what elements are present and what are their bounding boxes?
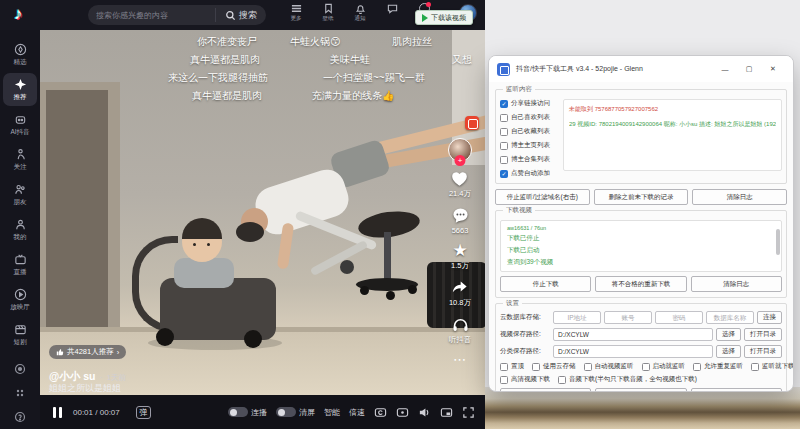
sidebar-item-following[interactable]: 关注 (3, 143, 37, 176)
video-frame[interactable]: 你不准变丧尸 牛蛙火锅😙 肌肉拉丝 真牛逼都是肌肉 美味牛蛙 又想 来这么一下我… (40, 30, 485, 395)
checkbox-like-autoadd[interactable]: 点赞自动添加 (500, 169, 558, 178)
checkbox-always-on-top[interactable]: 置顶 (500, 362, 524, 371)
help-icon[interactable] (14, 411, 26, 423)
checkbox-my-favorites[interactable]: 自己收藏列表 (500, 127, 558, 136)
download-this-video-button[interactable]: 下载该视频 (415, 10, 473, 25)
more-actions-button[interactable]: ⋯ (453, 352, 467, 367)
favorite-button[interactable]: ★ 1.5万 (451, 242, 469, 271)
comment-button[interactable]: 5663 (451, 206, 470, 235)
checkbox-audio-download[interactable]: 音频下载(半勾只下载音频，全勾视频也下载) (558, 375, 697, 384)
sidebar-item-friends[interactable]: 朋友 (3, 178, 37, 211)
clear-download-log-button[interactable]: 清除日志 (691, 276, 782, 292)
author-avatar[interactable]: + (448, 138, 472, 162)
sidebar-item-ai-douyin[interactable]: AI抖音 (3, 108, 37, 141)
checkbox-download-on-listen[interactable]: 监听就下载 (751, 362, 794, 371)
stop-listen-button[interactable]: 停止监听/过滤域名(右击) (495, 189, 590, 205)
scene-pedal (340, 260, 354, 274)
sidebar-item-theater[interactable]: 放映厅 (3, 283, 37, 316)
checkbox-my-likes[interactable]: 自己喜欢列表 (500, 113, 558, 122)
sidebar-item-short-drama[interactable]: 短剧 (3, 318, 37, 351)
checkbox-author-home[interactable]: 博主主页列表 (500, 141, 558, 150)
restore-from-cloud-button[interactable]: 将云端记录恢复到本地 (595, 388, 686, 392)
nav-messages[interactable] (381, 3, 403, 22)
window-titlebar[interactable]: 抖音/快手下载工具 v3.4 - 52pojie - Glenn — ▢ ✕ (489, 56, 793, 82)
time-separator: / (95, 408, 97, 417)
like-button[interactable]: 21.4万 (449, 169, 471, 199)
backup-to-cloud-button[interactable]: 将本地记录备份到云端 (500, 388, 591, 392)
class-path-open-button[interactable]: 打开目录 (744, 345, 782, 358)
sidebar-item-featured[interactable]: 精选 (3, 38, 37, 71)
db-account-input[interactable] (604, 311, 652, 324)
checkbox-listen-on-start[interactable]: 启动就监听 (642, 362, 686, 371)
follow-button[interactable]: + (455, 155, 466, 166)
video-path-select-button[interactable]: 选择 (716, 328, 741, 341)
checkbox-icon (532, 363, 540, 371)
checkbox-use-cloud[interactable]: 使用云存储 (532, 362, 576, 371)
listen-log-panel[interactable]: 未能取到 7576877057927007562 29 视频ID: 780219… (563, 99, 782, 171)
search-button[interactable]: 搜索 (215, 8, 266, 22)
pause-button[interactable] (53, 407, 62, 418)
nav-notification[interactable]: 通知 (349, 3, 371, 22)
fullscreen-icon[interactable] (462, 406, 475, 419)
class-path-select-button[interactable]: 选择 (716, 345, 741, 358)
start-classify-button[interactable]: 开始分类视频(相同博主) (691, 388, 782, 392)
subtitle-icon[interactable] (374, 406, 387, 419)
settings-checkbox-row1: 置顶 使用云存储 自动视频监听 启动就监听 允许重复监听 监听就下载 (500, 362, 782, 371)
activity-badge-icon[interactable] (465, 116, 479, 130)
checkbox-auto-video-listen[interactable]: 自动视频监听 (584, 362, 634, 371)
app-icon (497, 63, 510, 76)
nav-more[interactable]: 更多 (285, 3, 307, 22)
checkbox-author-collection[interactable]: 博主合集列表 (500, 155, 558, 164)
db-name-input[interactable] (706, 311, 754, 324)
class-path-input[interactable] (553, 345, 713, 358)
record-icon[interactable] (14, 363, 26, 375)
close-button[interactable]: ✕ (761, 60, 785, 78)
pip-icon[interactable] (440, 406, 453, 419)
settings-checkbox-row2: 高清视频下载 音频下载(半勾只下载音频，全勾视频也下载) (500, 375, 782, 384)
mini-window-icon[interactable] (396, 406, 409, 419)
smart-mode-button[interactable]: 智能 (324, 407, 340, 418)
clear-screen-toggle[interactable]: 清屏 (276, 407, 315, 418)
live-tv-icon (14, 253, 27, 266)
sidebar-item-recommend[interactable]: 推荐 (3, 73, 37, 106)
separator-dot: · (100, 373, 103, 382)
favorite-count: 1.5万 (451, 261, 469, 271)
clear-listen-log-button[interactable]: 清除日志 (692, 189, 787, 205)
stop-download-button[interactable]: 停止下载 (500, 276, 591, 292)
db-connect-button[interactable]: 连接 (757, 311, 782, 324)
video-path-input[interactable] (553, 328, 713, 341)
checkbox-icon (751, 363, 759, 371)
chat-icon (387, 3, 398, 14)
playback-speed-button[interactable]: 倍速 (349, 407, 365, 418)
volume-icon[interactable] (418, 406, 431, 419)
checkbox-hd-download[interactable]: 高清视频下载 (500, 375, 550, 384)
nav-wallpaper[interactable]: 壁纸 (317, 3, 339, 22)
playback-time: 00:01 / 00:07 (73, 408, 120, 417)
apps-grid-icon[interactable] (14, 387, 26, 399)
db-ip-input[interactable] (553, 311, 601, 324)
share-button[interactable]: 10.8万 (449, 278, 471, 308)
search-input[interactable] (88, 5, 215, 25)
recommend-badge[interactable]: 共4281人推荐 › (49, 345, 126, 359)
danmaku-toggle-button[interactable]: 弹 (136, 406, 151, 419)
author-name[interactable]: @小小 su (49, 370, 95, 382)
db-password-input[interactable] (655, 311, 703, 324)
scrollbar-thumb[interactable] (776, 229, 780, 255)
minimize-button[interactable]: — (713, 60, 737, 78)
listen-douyin-button[interactable]: 听抖音 (449, 315, 472, 345)
maximize-button[interactable]: ▢ (737, 60, 761, 78)
delete-undownloaded-button[interactable]: 删除之前未下载的记录 (594, 189, 689, 205)
checkbox-share-link[interactable]: 分享链接访问 (500, 99, 558, 108)
video-path-open-button[interactable]: 打开目录 (744, 328, 782, 341)
nav-label: 更多 (291, 15, 302, 22)
scene-walker-wheel (156, 328, 174, 346)
download-log-panel[interactable]: aw16631 / 76un 下载已停止 下载已启动 查询到39个视频 (500, 220, 782, 272)
search-bar[interactable]: 搜索 (88, 5, 266, 25)
checkbox-allow-duplicate[interactable]: 允许重复监听 (693, 362, 743, 371)
autoplay-toggle[interactable]: 连播 (228, 407, 267, 418)
download-log-line: 查询到39个视频 (507, 258, 775, 267)
douyin-logo-icon[interactable]: ♪ (14, 4, 23, 24)
redownload-failed-button[interactable]: 将不合格的重新下载 (595, 276, 686, 292)
sidebar-item-mine[interactable]: 我的 (3, 213, 37, 246)
sidebar-item-live[interactable]: 直播 (3, 248, 37, 281)
